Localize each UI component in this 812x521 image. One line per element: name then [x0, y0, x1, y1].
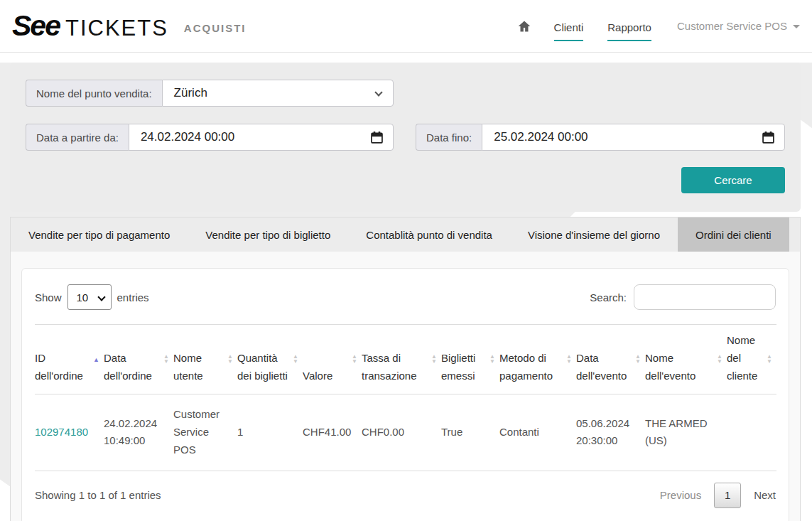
column-header-order-id[interactable]: ID dell'ordine▲ — [35, 325, 104, 394]
entries-label: entries — [117, 291, 149, 304]
sort-icon: ▲▼ — [566, 354, 572, 365]
cell-order-date: 24.02.2024 10:49:00 — [104, 394, 173, 471]
date-from-input-group: Data a partire da: 24.02.2024 00:00 — [26, 124, 394, 151]
calendar-icon — [369, 130, 384, 149]
tab-ordini-dei-clienti[interactable]: Ordini dei clienti — [678, 217, 789, 252]
tab-contablita-punto-di-vendita[interactable]: Contablità punto di vendita — [348, 217, 510, 252]
pagination: Previous 1 Next — [660, 483, 776, 508]
date-to-label: Data fino: — [416, 124, 482, 151]
table-search-control: Search: — [590, 284, 776, 310]
sort-icon: ▲▼ — [227, 354, 233, 365]
sort-icon: ▲▼ — [717, 354, 722, 365]
sort-icon: ▲▼ — [489, 354, 495, 365]
calendar-icon — [761, 130, 776, 149]
date-to-input[interactable]: 25.02.2024 00:00 — [482, 124, 785, 151]
filter-panel: Nome del punto vendita: Zürich Data a pa… — [10, 63, 801, 212]
orders-table-card: Show 10 entries Search: — [21, 268, 789, 521]
date-from-value: 24.02.2024 00:00 — [141, 130, 234, 144]
table-search-label: Search: — [590, 291, 627, 304]
page-length-control: Show 10 entries — [35, 284, 149, 310]
orders-table: ID dell'ordine▲ Data dell'ordine▲▼ Nome … — [35, 324, 776, 471]
sort-icon: ▲▼ — [293, 354, 298, 365]
sort-icon: ▲▼ — [635, 354, 641, 365]
column-header-value[interactable]: Valore▲▼ — [303, 325, 362, 394]
outlet-select[interactable]: Zürich — [162, 80, 394, 107]
logo-tickets-text: TICKETS — [65, 16, 168, 41]
column-header-payment-method[interactable]: Metodo di pagamento▲▼ — [499, 325, 576, 394]
date-from-label: Data a partire da: — [26, 124, 129, 151]
cell-payment-method: Contanti — [499, 394, 576, 471]
page-title: ACQUISTI — [184, 18, 247, 34]
cell-ticket-quantity: 1 — [237, 394, 303, 471]
cell-customer-name — [727, 394, 776, 471]
caret-down-icon — [793, 25, 800, 28]
pagination-page-1-button[interactable]: 1 — [714, 483, 741, 508]
main-nav: Clienti Rapporto Customer Service POS — [517, 11, 800, 41]
column-header-user-name[interactable]: Nome utente▲▼ — [173, 325, 237, 394]
home-icon[interactable] — [517, 19, 531, 33]
table-header-row: ID dell'ordine▲ Data dell'ordine▲▼ Nome … — [35, 325, 776, 394]
user-menu-dropdown[interactable]: Customer Service POS — [677, 20, 800, 32]
cell-tickets-issued: True — [441, 394, 499, 471]
table-info: Showing 1 to 1 of 1 entries — [35, 489, 161, 501]
tab-visione-dinsieme-del-giorno[interactable]: Visione d'insieme del giorno — [510, 217, 678, 252]
order-id-link[interactable]: 102974180 — [35, 426, 88, 438]
sort-icon: ▲▼ — [163, 354, 169, 365]
outlet-selected-value: Zürich — [174, 86, 207, 100]
date-to-value: 25.02.2024 00:00 — [494, 130, 588, 144]
sort-icon: ▲▼ — [431, 354, 437, 365]
cell-order-id: 102974180 — [35, 394, 104, 471]
column-header-order-date[interactable]: Data dell'ordine▲▼ — [104, 325, 173, 394]
column-header-tickets-issued[interactable]: Biglietti emessi▲▼ — [441, 325, 499, 394]
sort-icon: ▲▼ — [352, 354, 357, 365]
sort-icon: ▲▼ — [767, 354, 772, 365]
sort-ascending-icon: ▲ — [93, 356, 99, 362]
nav-clienti[interactable]: Clienti — [554, 21, 584, 41]
cell-event-name: THE ARMED (US) — [645, 394, 727, 471]
seetickets-logo: See TICKETS — [12, 9, 168, 43]
outlet-label: Nome del punto vendita: — [26, 80, 162, 107]
table-row: 102974180 24.02.2024 10:49:00 Customer S… — [35, 394, 776, 471]
nav-rapporto[interactable]: Rapporto — [607, 21, 651, 41]
pagination-previous-button[interactable]: Previous — [660, 489, 701, 501]
page-background: Nome del punto vendita: Zürich Data a pa… — [0, 63, 812, 521]
outlet-input-group: Nome del punto vendita: Zürich — [26, 80, 394, 107]
cell-user-name: Customer Service POS — [173, 394, 237, 471]
cell-value: CHF41.00 — [303, 394, 362, 471]
logo-see-text: See — [12, 9, 60, 43]
cell-transaction-fee: CHF0.00 — [362, 394, 441, 471]
date-to-input-group: Data fino: 25.02.2024 00:00 — [416, 124, 785, 151]
date-from-input[interactable]: 24.02.2024 00:00 — [129, 124, 394, 151]
table-search-input[interactable] — [634, 284, 776, 310]
report-panel: Vendite per tipo di pagamento Vendite pe… — [10, 217, 801, 521]
column-header-customer-name[interactable]: Nome del cliente▲▼ — [727, 325, 776, 394]
top-header: See TICKETS ACQUISTI Clienti Rapporto Cu… — [0, 0, 812, 53]
tab-vendite-per-tipo-di-biglietto[interactable]: Vendite per tipo di biglietto — [188, 217, 348, 252]
tab-vendite-per-tipo-di-pagamento[interactable]: Vendite per tipo di pagamento — [11, 217, 188, 252]
cell-event-date: 05.06.2024 20:30:00 — [576, 394, 645, 471]
user-menu-label: Customer Service POS — [677, 20, 787, 32]
report-tabbar: Vendite per tipo di pagamento Vendite pe… — [11, 217, 800, 252]
pagination-next-button[interactable]: Next — [754, 489, 776, 501]
search-button[interactable]: Cercare — [681, 167, 785, 193]
show-label: Show — [35, 291, 62, 304]
column-header-ticket-quantity[interactable]: Quantità dei biglietti▲▼ — [237, 325, 303, 394]
column-header-event-date[interactable]: Data dell'evento▲▼ — [576, 325, 645, 394]
column-header-event-name[interactable]: Nome dell'evento▲▼ — [645, 325, 727, 394]
chevron-down-icon — [374, 88, 382, 96]
column-header-transaction-fee[interactable]: Tassa di transazione▲▼ — [362, 325, 441, 394]
